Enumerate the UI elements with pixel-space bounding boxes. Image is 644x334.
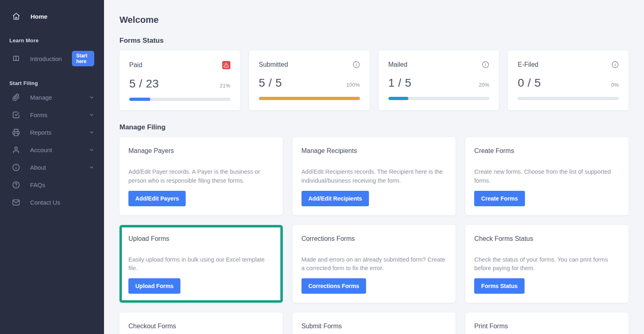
sidebar-item-label: Manage bbox=[30, 94, 52, 101]
forms-status-grid: Paid 5 / 23 21% Submitted 5 / 5 100% bbox=[119, 50, 629, 110]
sidebar-item-manage[interactable]: Manage bbox=[0, 89, 104, 106]
sidebar-item-faqs[interactable]: FAQs bbox=[0, 176, 104, 194]
corrections-forms-button[interactable]: Corrections Forms bbox=[301, 278, 366, 294]
status-card-value: 1 / 5 bbox=[388, 76, 412, 90]
card-corrections-forms: Corrections Forms Made and errors on an … bbox=[293, 225, 456, 303]
status-card-percent: 21% bbox=[220, 83, 230, 89]
progress-bar bbox=[518, 97, 619, 100]
status-card-value: 5 / 5 bbox=[259, 76, 282, 90]
sidebar-item-contact-us[interactable]: Contact Us bbox=[0, 194, 104, 211]
progress-bar bbox=[259, 97, 360, 100]
status-card-title: E-Filed bbox=[518, 61, 538, 68]
chevron-down-icon bbox=[89, 130, 94, 135]
sidebar-item-introduction[interactable]: Introduction Start here bbox=[0, 46, 104, 71]
status-card-paid: Paid 5 / 23 21% bbox=[119, 50, 240, 110]
user-icon bbox=[12, 146, 20, 154]
card-print-forms: Print Forms Print or save PDF copies of … bbox=[465, 312, 629, 334]
status-card-title: Mailed bbox=[388, 61, 408, 68]
card-manage-recipients: Manage Recipients Add/Edit Recipients re… bbox=[293, 137, 456, 215]
page-title: Welcome bbox=[119, 15, 629, 25]
sidebar-section-learn-more: Learn More bbox=[0, 28, 104, 46]
card-description: Check the status of your forms. You can … bbox=[474, 255, 620, 273]
home-icon bbox=[12, 12, 20, 20]
sidebar-item-label: Account bbox=[30, 146, 52, 153]
status-card-mailed: Mailed 1 / 5 20% bbox=[379, 50, 499, 110]
sidebar-item-label: Reports bbox=[30, 129, 52, 136]
start-here-badge[interactable]: Start here bbox=[72, 51, 94, 66]
forms-status-heading: Forms Status bbox=[119, 37, 629, 45]
manage-filing-grid: Manage Payers Add/Edit Payer records. A … bbox=[119, 137, 629, 334]
card-title: Check Forms Status bbox=[474, 235, 620, 242]
create-forms-button[interactable]: Create Forms bbox=[474, 191, 525, 206]
book-icon bbox=[12, 55, 20, 63]
question-icon bbox=[12, 181, 20, 189]
card-title: Manage Payers bbox=[128, 147, 274, 155]
sidebar-item-label: FAQs bbox=[30, 181, 46, 188]
card-description: Add/Edit Recipients records. The Recipie… bbox=[301, 168, 447, 186]
card-description: Made and errors on an already submitted … bbox=[301, 255, 447, 273]
status-card-percent: 0% bbox=[611, 82, 619, 88]
printer-icon bbox=[12, 129, 20, 136]
card-description: Easily upload forms in bulk using our Ex… bbox=[128, 255, 274, 273]
add-edit-payers-button[interactable]: Add/Edit Payers bbox=[128, 191, 186, 206]
sidebar-section-start-filing: Start Filing bbox=[0, 71, 104, 89]
chevron-down-icon bbox=[89, 95, 94, 100]
sidebar: Home Learn More Introduction Start here … bbox=[0, 0, 104, 334]
info-icon[interactable] bbox=[353, 61, 360, 68]
chevron-down-icon bbox=[89, 165, 94, 170]
status-card-submitted: Submitted 5 / 5 100% bbox=[249, 50, 370, 110]
sidebar-item-home[interactable]: Home bbox=[0, 3, 104, 28]
status-card-percent: 20% bbox=[479, 82, 489, 88]
upload-forms-button[interactable]: Upload Forms bbox=[128, 278, 180, 294]
sidebar-item-account[interactable]: Account bbox=[0, 141, 104, 159]
card-title: Upload Forms bbox=[128, 235, 274, 242]
card-create-forms: Create Forms Create new forms. Choose fr… bbox=[465, 137, 629, 215]
card-title: Print Forms bbox=[474, 323, 620, 330]
card-submit-forms: Submit Forms After paying for the forms,… bbox=[293, 312, 456, 334]
status-card-value: 5 / 23 bbox=[129, 77, 159, 90]
main-content: Welcome Forms Status Paid 5 / 23 21% Sub… bbox=[104, 0, 644, 334]
card-checkout-forms: Checkout Forms Checkout and submit your … bbox=[119, 312, 283, 334]
sidebar-item-label: About bbox=[30, 164, 46, 171]
status-card-efiled: E-Filed 0 / 5 0% bbox=[508, 50, 629, 110]
chevron-down-icon bbox=[89, 147, 94, 153]
card-description: Add/Edit Payer records. A Payer is the b… bbox=[128, 168, 274, 186]
status-card-percent: 100% bbox=[346, 82, 360, 88]
forms-status-button[interactable]: Forms Status bbox=[474, 278, 524, 294]
add-edit-recipients-button[interactable]: Add/Edit Recipients bbox=[301, 191, 369, 206]
check-square-icon bbox=[12, 111, 20, 119]
info-icon[interactable] bbox=[611, 61, 619, 68]
info-icon[interactable] bbox=[482, 61, 489, 68]
sidebar-item-reports[interactable]: Reports bbox=[0, 124, 104, 141]
chevron-down-icon bbox=[89, 112, 94, 118]
card-title: Submit Forms bbox=[301, 323, 447, 330]
status-card-title: Paid bbox=[129, 61, 142, 69]
sidebar-item-forms[interactable]: Forms bbox=[0, 106, 104, 124]
sidebar-item-label: Contact Us bbox=[30, 199, 60, 206]
progress-bar bbox=[129, 98, 230, 101]
sidebar-item-label: Home bbox=[30, 13, 48, 20]
info-icon bbox=[12, 164, 20, 171]
sidebar-item-label: Introduction bbox=[30, 55, 62, 62]
progress-bar bbox=[388, 97, 490, 100]
sidebar-item-label: Forms bbox=[30, 111, 48, 118]
card-description: Create new forms. Choose from the list o… bbox=[474, 168, 620, 186]
paperclip-icon bbox=[12, 94, 20, 101]
card-check-forms-status: Check Forms Status Check the status of y… bbox=[465, 225, 629, 303]
card-manage-payers: Manage Payers Add/Edit Payer records. A … bbox=[119, 137, 283, 215]
sidebar-item-about[interactable]: About bbox=[0, 159, 104, 176]
status-card-value: 0 / 5 bbox=[518, 76, 541, 90]
card-title: Checkout Forms bbox=[128, 323, 274, 330]
card-upload-forms-highlighted: Upload Forms Easily upload forms in bulk… bbox=[119, 225, 283, 303]
status-card-title: Submitted bbox=[259, 61, 288, 68]
card-title: Corrections Forms bbox=[301, 235, 447, 242]
warning-icon[interactable] bbox=[222, 61, 230, 69]
card-title: Create Forms bbox=[474, 147, 620, 155]
card-title: Manage Recipients bbox=[301, 147, 447, 155]
manage-filing-heading: Manage Filing bbox=[119, 123, 629, 131]
mail-icon bbox=[12, 199, 20, 206]
